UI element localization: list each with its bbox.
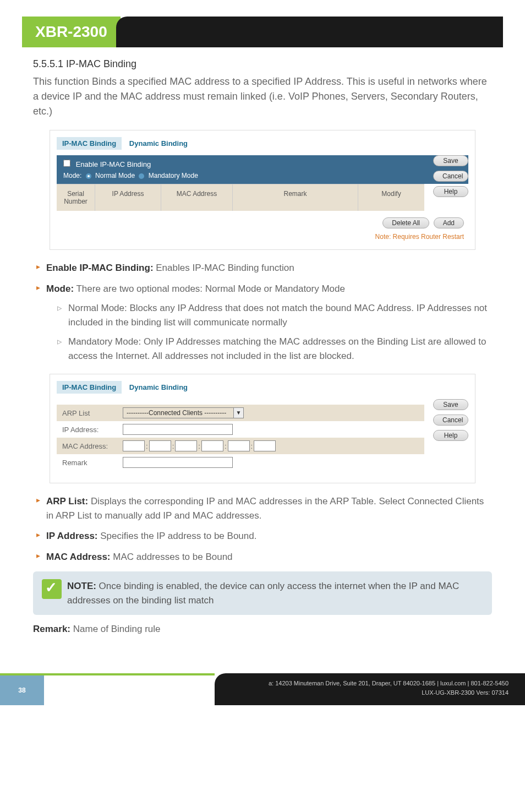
add-button[interactable]: Add <box>434 217 464 228</box>
footer-spacer <box>44 673 215 705</box>
footer-version: LUX-UG-XBR-2300 Vers: 07314 <box>231 688 508 697</box>
help-button[interactable]: Help <box>433 186 468 197</box>
note-block: NOTE: Once binding is enabled, the devic… <box>33 571 492 615</box>
table-header-row: Serial Number IP Address MAC Address Rem… <box>57 184 424 211</box>
arp-list-dropdown[interactable]: ----------Connected Clients ---------- ▼ <box>123 407 244 418</box>
mac-seg-1[interactable] <box>123 440 145 451</box>
bullet-arp-list: ARP List: Displays the corresponding IP … <box>33 494 492 522</box>
sub-mandatory-mode: Mandatory Mode: Only IP Addresses matchi… <box>57 335 492 363</box>
remark-input[interactable] <box>123 457 233 468</box>
enable-label: Enable IP-MAC Binding <box>76 160 151 168</box>
mac-seg-3[interactable] <box>175 440 197 451</box>
restart-note: Note: Requires Router Restart <box>57 231 468 243</box>
arp-list-value: ----------Connected Clients ---------- <box>123 407 234 418</box>
tab-ipmac-binding[interactable]: IP-MAC Binding <box>57 137 122 150</box>
mac-seg-4[interactable] <box>201 440 223 451</box>
page-number: 38 <box>0 673 44 705</box>
remark-label: Remark <box>62 459 123 467</box>
mac-seg-2[interactable] <box>149 440 171 451</box>
ip-address-input[interactable] <box>123 424 233 435</box>
footer: 38 a: 14203 Minuteman Drive, Suite 201, … <box>0 673 525 705</box>
col-ip: IP Address <box>95 184 161 211</box>
model-badge: XBR-2300 <box>22 17 121 47</box>
screenshot-ipmac-table: IP-MAC Binding Dynamic Binding Save Canc… <box>50 130 475 250</box>
mac-address-label: MAC Address: <box>62 442 123 450</box>
mac-seg-6[interactable] <box>254 440 276 451</box>
check-icon <box>42 579 62 599</box>
radio-mandatory[interactable] <box>139 173 144 179</box>
col-remark: Remark <box>233 184 358 211</box>
mac-seg-5[interactable] <box>228 440 250 451</box>
section-heading: 5.5.5.1 IP-MAC Binding <box>33 58 492 70</box>
bullet-enable: Enable IP-MAC Binding: Enables IP-MAC Bi… <box>33 261 492 275</box>
radio-normal[interactable] <box>86 173 91 179</box>
header-dark-strip <box>116 17 503 47</box>
section-intro: This function Binds a specified MAC addr… <box>33 74 492 119</box>
chevron-down-icon: ▼ <box>234 407 244 418</box>
bullet-mac-address: MAC Address: MAC addresses to be Bound <box>33 550 492 564</box>
bullet-ip-address: IP Address: Specifies the IP address to … <box>33 529 492 543</box>
col-serial: Serial Number <box>57 184 95 211</box>
arp-list-label: ARP List <box>62 409 123 417</box>
tab-dynamic-binding-2[interactable]: Dynamic Binding <box>124 381 193 394</box>
delete-all-button[interactable]: Delete All <box>382 217 429 228</box>
footer-address: a: 14203 Minuteman Drive, Suite 201, Dra… <box>231 679 508 688</box>
tab-ipmac-binding-2[interactable]: IP-MAC Binding <box>57 381 122 394</box>
col-modify: Modify <box>358 184 424 211</box>
save-button[interactable]: Save <box>433 155 468 166</box>
remark-line: Remark: Name of Binding rule <box>33 624 492 635</box>
ip-address-label: IP Address: <box>62 426 123 434</box>
tab-dynamic-binding[interactable]: Dynamic Binding <box>124 137 193 150</box>
sub-normal-mode: Normal Mode: Blocks any IP Address that … <box>57 301 492 329</box>
mode-normal-label: Normal Mode <box>95 172 135 179</box>
bullet-mode: Mode: There are two optional modes: Norm… <box>33 282 492 363</box>
col-mac: MAC Address <box>161 184 233 211</box>
mode-label: Mode: <box>63 172 81 179</box>
cancel-button[interactable]: Cancel <box>433 171 468 182</box>
header-bar: XBR-2300 <box>22 17 503 47</box>
screenshot-ipmac-form: IP-MAC Binding Dynamic Binding Save Canc… <box>50 374 475 483</box>
cancel-button-2[interactable]: Cancel <box>433 415 468 426</box>
footer-info: a: 14203 Minuteman Drive, Suite 201, Dra… <box>215 673 525 705</box>
note-label: NOTE: <box>67 581 96 591</box>
save-button-2[interactable]: Save <box>433 399 468 410</box>
mode-mandatory-label: Mandatory Mode <box>149 172 198 179</box>
enable-checkbox[interactable] <box>63 160 70 167</box>
help-button-2[interactable]: Help <box>433 430 468 441</box>
note-text: Once binding is enabled, the device can … <box>67 581 459 606</box>
panel-header: Enable IP-MAC Binding Mode: Normal Mode … <box>57 155 468 184</box>
